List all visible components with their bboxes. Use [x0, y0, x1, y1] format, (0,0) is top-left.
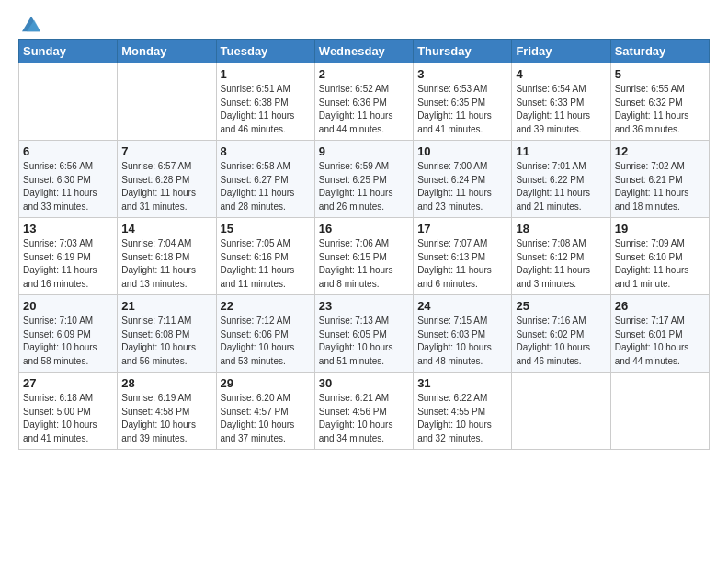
cell-info: Sunrise: 7:17 AM Sunset: 6:01 PM Dayligh… [615, 315, 705, 368]
column-header-wednesday: Wednesday [314, 40, 413, 63]
calendar-cell [19, 63, 118, 141]
calendar-cell: 14Sunrise: 7:04 AM Sunset: 6:18 PM Dayli… [118, 218, 216, 295]
column-header-sunday: Sunday [19, 40, 118, 63]
calendar-cell: 26Sunrise: 7:17 AM Sunset: 6:01 PM Dayli… [610, 295, 709, 373]
cell-info: Sunrise: 7:03 AM Sunset: 6:19 PM Dayligh… [23, 237, 113, 291]
day-number: 13 [23, 222, 113, 236]
cell-info: Sunrise: 7:09 AM Sunset: 6:10 PM Dayligh… [615, 237, 705, 291]
calendar-cell: 28Sunrise: 6:19 AM Sunset: 4:58 PM Dayli… [118, 373, 216, 450]
cell-info: Sunrise: 7:04 AM Sunset: 6:18 PM Dayligh… [121, 237, 211, 291]
calendar-cell: 3Sunrise: 6:53 AM Sunset: 6:35 PM Daylig… [414, 63, 512, 141]
cell-info: Sunrise: 7:15 AM Sunset: 6:03 PM Dayligh… [417, 315, 507, 368]
day-number: 21 [121, 299, 211, 313]
day-number: 2 [319, 67, 409, 81]
calendar-cell: 6Sunrise: 6:56 AM Sunset: 6:30 PM Daylig… [19, 141, 118, 218]
column-header-friday: Friday [512, 40, 610, 63]
calendar-week-row: 1Sunrise: 6:51 AM Sunset: 6:38 PM Daylig… [19, 63, 710, 141]
day-number: 31 [417, 376, 507, 390]
calendar-week-row: 6Sunrise: 6:56 AM Sunset: 6:30 PM Daylig… [19, 141, 710, 218]
day-number: 29 [221, 376, 311, 390]
column-header-monday: Monday [118, 40, 216, 63]
calendar-cell: 30Sunrise: 6:21 AM Sunset: 4:56 PM Dayli… [314, 373, 413, 450]
calendar-cell: 24Sunrise: 7:15 AM Sunset: 6:03 PM Dayli… [414, 295, 512, 373]
calendar-table: SundayMondayTuesdayWednesdayThursdayFrid… [18, 39, 710, 450]
calendar-cell: 2Sunrise: 6:52 AM Sunset: 6:36 PM Daylig… [314, 63, 413, 141]
calendar-cell: 11Sunrise: 7:01 AM Sunset: 6:22 PM Dayli… [512, 141, 610, 218]
calendar-cell: 23Sunrise: 7:13 AM Sunset: 6:05 PM Dayli… [314, 295, 413, 373]
day-number: 16 [319, 222, 409, 236]
day-number: 20 [23, 299, 113, 313]
cell-info: Sunrise: 6:54 AM Sunset: 6:33 PM Dayligh… [516, 83, 606, 136]
calendar-cell: 19Sunrise: 7:09 AM Sunset: 6:10 PM Dayli… [610, 218, 709, 295]
day-number: 1 [221, 67, 311, 81]
calendar-cell [118, 63, 216, 141]
calendar-cell: 15Sunrise: 7:05 AM Sunset: 6:16 PM Dayli… [216, 218, 314, 295]
day-number: 6 [23, 144, 113, 158]
calendar-cell: 10Sunrise: 7:00 AM Sunset: 6:24 PM Dayli… [414, 141, 512, 218]
calendar-cell: 21Sunrise: 7:11 AM Sunset: 6:08 PM Dayli… [118, 295, 216, 373]
cell-info: Sunrise: 7:00 AM Sunset: 6:24 PM Dayligh… [417, 160, 507, 213]
calendar-cell: 16Sunrise: 7:06 AM Sunset: 6:15 PM Dayli… [314, 218, 413, 295]
calendar-cell: 27Sunrise: 6:18 AM Sunset: 5:00 PM Dayli… [19, 373, 118, 450]
day-number: 7 [121, 144, 211, 158]
cell-info: Sunrise: 6:20 AM Sunset: 4:57 PM Dayligh… [221, 392, 311, 445]
calendar-cell: 1Sunrise: 6:51 AM Sunset: 6:38 PM Daylig… [216, 63, 314, 141]
day-number: 9 [319, 144, 409, 158]
cell-info: Sunrise: 7:06 AM Sunset: 6:15 PM Dayligh… [319, 237, 409, 291]
calendar-cell: 18Sunrise: 7:08 AM Sunset: 6:12 PM Dayli… [512, 218, 610, 295]
logo [18, 15, 40, 29]
cell-info: Sunrise: 7:05 AM Sunset: 6:16 PM Dayligh… [221, 237, 311, 291]
cell-info: Sunrise: 7:10 AM Sunset: 6:09 PM Dayligh… [23, 315, 113, 368]
day-number: 27 [23, 376, 113, 390]
cell-info: Sunrise: 6:51 AM Sunset: 6:38 PM Dayligh… [221, 83, 311, 136]
calendar-cell: 7Sunrise: 6:57 AM Sunset: 6:28 PM Daylig… [118, 141, 216, 218]
calendar-cell: 4Sunrise: 6:54 AM Sunset: 6:33 PM Daylig… [512, 63, 610, 141]
cell-info: Sunrise: 7:13 AM Sunset: 6:05 PM Dayligh… [319, 315, 409, 368]
cell-info: Sunrise: 7:02 AM Sunset: 6:21 PM Dayligh… [615, 160, 705, 213]
day-number: 28 [121, 376, 211, 390]
day-number: 14 [121, 222, 211, 236]
column-header-saturday: Saturday [610, 40, 709, 63]
day-number: 22 [221, 299, 311, 313]
day-number: 10 [417, 144, 507, 158]
day-number: 15 [221, 222, 311, 236]
day-number: 4 [516, 67, 606, 81]
calendar-cell: 12Sunrise: 7:02 AM Sunset: 6:21 PM Dayli… [610, 141, 709, 218]
cell-info: Sunrise: 7:08 AM Sunset: 6:12 PM Dayligh… [516, 237, 606, 291]
calendar-cell: 29Sunrise: 6:20 AM Sunset: 4:57 PM Dayli… [216, 373, 314, 450]
calendar-cell [610, 373, 709, 450]
cell-info: Sunrise: 6:52 AM Sunset: 6:36 PM Dayligh… [319, 83, 409, 136]
day-number: 30 [319, 376, 409, 390]
day-number: 11 [516, 144, 606, 158]
header [18, 15, 710, 29]
cell-info: Sunrise: 6:59 AM Sunset: 6:25 PM Dayligh… [319, 160, 409, 213]
calendar-cell: 22Sunrise: 7:12 AM Sunset: 6:06 PM Dayli… [216, 295, 314, 373]
day-number: 25 [516, 299, 606, 313]
day-number: 18 [516, 222, 606, 236]
calendar-cell: 31Sunrise: 6:22 AM Sunset: 4:55 PM Dayli… [414, 373, 512, 450]
calendar-cell [512, 373, 610, 450]
cell-info: Sunrise: 6:57 AM Sunset: 6:28 PM Dayligh… [121, 160, 211, 213]
calendar-header-row: SundayMondayTuesdayWednesdayThursdayFrid… [19, 40, 710, 63]
column-header-thursday: Thursday [414, 40, 512, 63]
cell-info: Sunrise: 6:55 AM Sunset: 6:32 PM Dayligh… [615, 83, 705, 136]
cell-info: Sunrise: 6:53 AM Sunset: 6:35 PM Dayligh… [417, 83, 507, 136]
day-number: 26 [615, 299, 705, 313]
cell-info: Sunrise: 7:07 AM Sunset: 6:13 PM Dayligh… [417, 237, 507, 291]
calendar-cell: 17Sunrise: 7:07 AM Sunset: 6:13 PM Dayli… [414, 218, 512, 295]
column-header-tuesday: Tuesday [216, 40, 314, 63]
day-number: 17 [417, 222, 507, 236]
cell-info: Sunrise: 7:12 AM Sunset: 6:06 PM Dayligh… [221, 315, 311, 368]
calendar-page: SundayMondayTuesdayWednesdayThursdayFrid… [0, 0, 728, 563]
calendar-cell: 8Sunrise: 6:58 AM Sunset: 6:27 PM Daylig… [216, 141, 314, 218]
cell-info: Sunrise: 7:11 AM Sunset: 6:08 PM Dayligh… [121, 315, 211, 368]
cell-info: Sunrise: 7:16 AM Sunset: 6:02 PM Dayligh… [516, 315, 606, 368]
calendar-week-row: 20Sunrise: 7:10 AM Sunset: 6:09 PM Dayli… [19, 295, 710, 373]
calendar-cell: 20Sunrise: 7:10 AM Sunset: 6:09 PM Dayli… [19, 295, 118, 373]
calendar-week-row: 13Sunrise: 7:03 AM Sunset: 6:19 PM Dayli… [19, 218, 710, 295]
cell-info: Sunrise: 6:58 AM Sunset: 6:27 PM Dayligh… [221, 160, 311, 213]
cell-info: Sunrise: 6:56 AM Sunset: 6:30 PM Dayligh… [23, 160, 113, 213]
cell-info: Sunrise: 6:21 AM Sunset: 4:56 PM Dayligh… [319, 392, 409, 445]
cell-info: Sunrise: 6:22 AM Sunset: 4:55 PM Dayligh… [417, 392, 507, 445]
cell-info: Sunrise: 7:01 AM Sunset: 6:22 PM Dayligh… [516, 160, 606, 213]
